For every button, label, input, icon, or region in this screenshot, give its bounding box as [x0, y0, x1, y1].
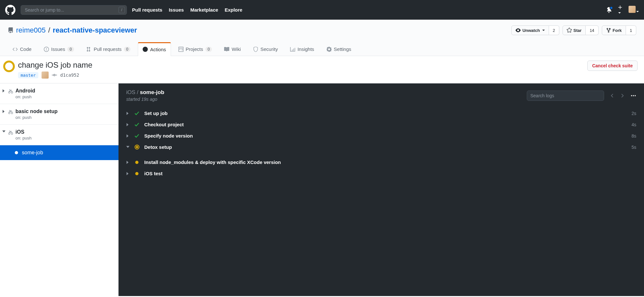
global-header: / Pull requests Issues Marketplace Explo… [0, 0, 644, 20]
code-icon [13, 47, 18, 52]
step-row[interactable]: Detox setup 5s [126, 141, 636, 153]
check-icon [134, 122, 139, 127]
cancel-check-suite-button[interactable]: Cancel check suite [587, 61, 638, 71]
tab-projects[interactable]: Projects0 [174, 42, 217, 56]
star-label: Star [573, 28, 582, 33]
tab-wiki[interactable]: Wiki [219, 42, 245, 56]
chevron-right-icon [127, 112, 129, 115]
workflow-item-android[interactable]: Android on: push [0, 83, 118, 104]
log-menu-button[interactable] [630, 93, 636, 99]
pending-icon [135, 161, 138, 164]
workflow-item-ios[interactable]: iOS on: push [0, 125, 118, 145]
pending-icon [135, 172, 138, 175]
notifications-button[interactable] [606, 7, 612, 13]
star-button[interactable]: Star [563, 25, 586, 35]
step-name: Install node_modules & deploy with speci… [144, 159, 281, 165]
nav-marketplace[interactable]: Marketplace [190, 7, 218, 13]
star-count[interactable]: 14 [586, 25, 598, 35]
tab-actions[interactable]: Actions [138, 42, 171, 56]
search-input[interactable] [21, 5, 127, 15]
repo-tabs: Code Issues0 Pull requests0 Actions Proj… [8, 42, 636, 56]
svg-point-1 [633, 95, 634, 96]
workflow-icon [8, 109, 14, 115]
notification-indicator-icon [610, 6, 613, 10]
watch-count[interactable]: 2 [549, 25, 559, 35]
step-name: Checkout project [144, 122, 184, 127]
step-row[interactable]: Checkout project 4s [126, 119, 636, 130]
fork-label: Fork [613, 28, 622, 33]
step-duration: 8s [631, 133, 636, 139]
chevron-right-icon [127, 123, 129, 126]
workflow-sidebar: Android on: push basic node setup on: pu… [0, 83, 118, 296]
create-new-dropdown[interactable] [618, 5, 623, 15]
step-name: Specify node version [144, 133, 193, 139]
svg-point-0 [631, 95, 632, 96]
repo-header: reime005 / react-native-spaceviewer Unwa… [0, 20, 644, 56]
job-item-some-job[interactable]: some-job [0, 145, 118, 160]
slash-hotkey-hint: / [118, 7, 125, 13]
pull-request-icon [86, 47, 91, 52]
tab-settings[interactable]: Settings [322, 42, 356, 56]
workflow-item-basic-node[interactable]: basic node setup on: push [0, 104, 118, 125]
book-icon [224, 47, 229, 52]
step-duration: 5s [631, 145, 636, 150]
repo-actions: Unwatch 2 Star 14 Fork 1 [511, 25, 636, 35]
job-status-dot-icon [15, 151, 18, 154]
run-layout: Android on: push basic node setup on: pu… [0, 83, 644, 296]
repo-owner-link[interactable]: reime005 [16, 26, 46, 34]
expand-toggle[interactable] [2, 130, 6, 133]
step-row[interactable]: Set up job 2s [126, 108, 636, 119]
log-started-time: started 19s ago [126, 97, 164, 102]
check-icon [134, 133, 139, 139]
nav-issues[interactable]: Issues [169, 7, 184, 13]
log-pane: iOS / some-job started 19s ago Set up jo… [118, 83, 644, 296]
caret-down-icon [636, 11, 639, 12]
project-icon [178, 47, 184, 52]
workflow-trigger: on: push [15, 115, 58, 120]
star-icon [567, 28, 572, 33]
step-row[interactable]: Specify node version 8s [126, 130, 636, 141]
github-logo-icon[interactable] [5, 5, 15, 15]
step-list: Set up job 2s Checkout project 4s Specif… [118, 108, 644, 187]
log-header: iOS / some-job started 19s ago [118, 83, 644, 108]
step-row[interactable]: iOS test [126, 168, 636, 179]
workflow-name: Android [15, 88, 35, 94]
commit-icon [52, 72, 57, 78]
play-icon [143, 47, 148, 52]
commit-sha[interactable]: d1ca952 [60, 72, 79, 78]
branch-badge[interactable]: master [18, 72, 38, 78]
fork-count[interactable]: 1 [626, 25, 636, 35]
nav-pull-requests[interactable]: Pull requests [132, 7, 162, 13]
tab-security[interactable]: Security [248, 42, 283, 56]
user-menu[interactable] [629, 6, 639, 14]
next-step-button[interactable] [620, 93, 625, 98]
tab-insights[interactable]: Insights [285, 42, 319, 56]
chevron-down-icon [2, 130, 5, 133]
gear-icon [327, 47, 332, 52]
issue-icon [44, 47, 49, 52]
step-duration: 4s [631, 122, 636, 127]
workflow-run-header: change iOS job name master d1ca952 Cance… [0, 56, 644, 83]
step-row[interactable]: Install node_modules & deploy with speci… [126, 157, 636, 168]
watch-label: Unwatch [522, 28, 540, 33]
projects-count: 0 [205, 47, 212, 52]
expand-toggle[interactable] [2, 89, 6, 92]
prev-step-button[interactable] [610, 93, 614, 98]
workflow-trigger: on: push [15, 136, 32, 140]
graph-icon [290, 47, 295, 52]
nav-explore[interactable]: Explore [225, 7, 242, 13]
chevron-right-icon [127, 161, 129, 164]
repo-name-link[interactable]: react-native-spaceviewer [53, 26, 137, 34]
log-search-input[interactable] [527, 91, 604, 101]
log-breadcrumb: iOS / some-job [126, 89, 164, 96]
workflow-name: iOS [15, 129, 32, 135]
tab-code[interactable]: Code [8, 42, 36, 56]
chevron-down-icon [126, 146, 129, 148]
avatar [629, 6, 636, 13]
commit-author-avatar[interactable] [42, 72, 49, 79]
expand-toggle[interactable] [2, 110, 6, 113]
tab-pull-requests[interactable]: Pull requests0 [81, 42, 135, 56]
tab-issues[interactable]: Issues0 [39, 42, 79, 56]
unwatch-button[interactable]: Unwatch [511, 25, 549, 35]
fork-button[interactable]: Fork [602, 25, 626, 35]
